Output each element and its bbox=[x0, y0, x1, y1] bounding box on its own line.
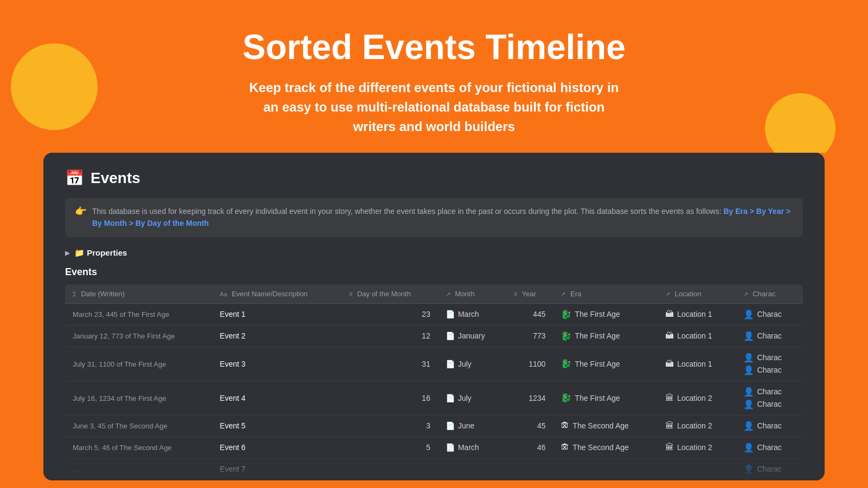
cell-location[interactable]: 🏔 Location 1 bbox=[658, 347, 736, 381]
cell-date: March 23, 445 of The First Age bbox=[65, 303, 212, 325]
era-value: The First Age bbox=[575, 331, 620, 340]
col-month[interactable]: ↗ Month bbox=[438, 284, 506, 304]
col-location[interactable]: ↗ Location bbox=[658, 284, 736, 304]
cell-location[interactable] bbox=[658, 458, 736, 480]
table-row[interactable]: ...Event 7👤 Charac bbox=[65, 458, 803, 480]
cell-day: 5 bbox=[342, 437, 438, 458]
location-value: Location 1 bbox=[677, 360, 712, 368]
cell-month[interactable] bbox=[438, 458, 506, 480]
cell-location[interactable]: 🏛 Location 2 bbox=[658, 437, 736, 458]
cell-location[interactable]: 🏛 Location 2 bbox=[658, 415, 736, 437]
month-page-icon: 📄 bbox=[446, 443, 455, 452]
char-icon: 👤 bbox=[743, 421, 754, 431]
properties-arrow-icon: ▶ bbox=[65, 249, 70, 257]
cell-year: 1234 bbox=[506, 381, 553, 415]
month-value: March bbox=[458, 443, 479, 452]
cell-era[interactable]: 🏚 The Second Age bbox=[553, 415, 658, 437]
era-icon: 🏚 bbox=[561, 421, 569, 431]
char-icon: 👤 bbox=[743, 387, 754, 397]
era-icon: 🏚 bbox=[561, 443, 569, 452]
col-event-name[interactable]: Aa Event Name/Description bbox=[212, 284, 342, 304]
month-page-icon: 📄 bbox=[446, 360, 455, 368]
col-era-icon: ↗ bbox=[561, 291, 565, 297]
cell-characters[interactable]: 👤 Charac bbox=[736, 437, 803, 458]
location-value: Location 1 bbox=[677, 331, 712, 340]
location-value: Location 2 bbox=[677, 394, 712, 402]
era-icon: 🐉 bbox=[561, 309, 571, 320]
cell-characters[interactable]: 👤 Charac👤 Charac bbox=[736, 381, 803, 415]
cell-date: July 16, 1234 of The First Age bbox=[65, 381, 212, 415]
cell-event-name[interactable]: Event 5 bbox=[212, 415, 342, 437]
cell-month[interactable]: 📄 March bbox=[438, 437, 506, 458]
cell-characters[interactable]: 👤 Charac👤 Charac bbox=[736, 347, 803, 381]
cell-era[interactable]: 🏚 The Second Age bbox=[553, 437, 658, 458]
location-icon: 🏔 bbox=[665, 331, 674, 341]
col-year-icon: # bbox=[514, 291, 517, 297]
cell-event-name[interactable]: Event 3 bbox=[212, 347, 342, 381]
table-row[interactable]: July 16, 1234 of The First AgeEvent 416📄… bbox=[65, 381, 803, 415]
cell-era[interactable]: 🐉 The First Age bbox=[553, 325, 658, 347]
table-row[interactable]: January 12, 773 of The First AgeEvent 21… bbox=[65, 325, 803, 347]
cell-event-name[interactable]: Event 7 bbox=[212, 458, 342, 480]
events-table-container: Σ Date (Written) Aa Event Name/Descripti… bbox=[65, 284, 803, 480]
cell-year: 773 bbox=[506, 325, 553, 347]
cell-characters[interactable]: 👤 Charac bbox=[736, 303, 803, 325]
subtitle-line3: writers and world builders bbox=[353, 119, 515, 134]
cell-era[interactable]: 🐉 The First Age bbox=[553, 303, 658, 325]
char-icon: 👤 bbox=[743, 464, 754, 474]
cell-location[interactable]: 🏔 Location 1 bbox=[658, 303, 736, 325]
cell-characters[interactable]: 👤 Charac bbox=[736, 325, 803, 347]
location-icon: 🏛 bbox=[665, 421, 674, 431]
cell-event-name[interactable]: Event 1 bbox=[212, 303, 342, 325]
cell-characters[interactable]: 👤 Charac bbox=[736, 415, 803, 437]
subtitle-line2: an easy to use multi-relational database… bbox=[263, 100, 605, 114]
char-value: Charac bbox=[757, 387, 782, 396]
properties-label: 📁 Properties bbox=[74, 248, 127, 258]
col-char[interactable]: ↗ Charac bbox=[736, 284, 803, 304]
location-icon: 🏛 bbox=[665, 443, 674, 452]
col-year[interactable]: # Year bbox=[506, 284, 553, 304]
col-era[interactable]: ↗ Era bbox=[553, 284, 658, 304]
col-date[interactable]: Σ Date (Written) bbox=[65, 284, 212, 304]
cell-year: 45 bbox=[506, 415, 553, 437]
hero-subtitle: Keep track of the different events of yo… bbox=[245, 78, 624, 136]
hero-title: Sorted Events Timeline bbox=[11, 27, 857, 67]
cell-event-name[interactable]: Event 6 bbox=[212, 437, 342, 458]
month-page-icon: 📄 bbox=[446, 421, 455, 430]
cell-month[interactable]: 📄 January bbox=[438, 325, 506, 347]
table-row[interactable]: March 23, 445 of The First AgeEvent 123📄… bbox=[65, 303, 803, 325]
properties-toggle[interactable]: ▶ 📁 Properties bbox=[65, 248, 803, 258]
table-row[interactable]: June 3, 45 of The Second AgeEvent 53📄 Ju… bbox=[65, 415, 803, 437]
cell-era[interactable]: 🐉 The First Age bbox=[553, 347, 658, 381]
cell-location[interactable]: 🏛 Location 2 bbox=[658, 381, 736, 415]
char-value: Charac bbox=[757, 443, 782, 452]
table-row[interactable]: July 31, 1100 of The First AgeEvent 331📄… bbox=[65, 347, 803, 381]
era-value: The Second Age bbox=[573, 421, 629, 430]
hero-section: Sorted Events Timeline Keep track of the… bbox=[0, 0, 868, 153]
char-value: Charac bbox=[757, 400, 782, 408]
month-page-icon: 📄 bbox=[446, 394, 455, 402]
cell-month[interactable]: 📄 June bbox=[438, 415, 506, 437]
char-icon: 👤 bbox=[743, 399, 754, 409]
cell-event-name[interactable]: Event 4 bbox=[212, 381, 342, 415]
cell-year bbox=[506, 458, 553, 480]
cell-month[interactable]: 📄 July bbox=[438, 347, 506, 381]
col-date-icon: Σ bbox=[73, 291, 76, 297]
month-value: June bbox=[458, 421, 474, 430]
col-location-icon: ↗ bbox=[665, 291, 670, 297]
cell-location[interactable]: 🏔 Location 1 bbox=[658, 325, 736, 347]
cell-era[interactable]: 🐉 The First Age bbox=[553, 381, 658, 415]
era-icon: 🐉 bbox=[561, 331, 571, 341]
cell-month[interactable]: 📄 July bbox=[438, 381, 506, 415]
cell-day: 31 bbox=[342, 347, 438, 381]
char-icon: 👤 bbox=[743, 443, 754, 453]
table-row[interactable]: March 5, 46 of The Second AgeEvent 65📄 M… bbox=[65, 437, 803, 458]
cell-event-name[interactable]: Event 2 bbox=[212, 325, 342, 347]
cell-characters[interactable]: 👤 Charac bbox=[736, 458, 803, 480]
cell-era[interactable] bbox=[553, 458, 658, 480]
subtitle-line1: Keep track of the different events of yo… bbox=[249, 80, 619, 95]
table-header-row: Σ Date (Written) Aa Event Name/Descripti… bbox=[65, 284, 803, 304]
col-day[interactable]: # Day of the Month bbox=[342, 284, 438, 304]
cell-month[interactable]: 📄 March bbox=[438, 303, 506, 325]
location-value: Location 2 bbox=[677, 443, 712, 452]
